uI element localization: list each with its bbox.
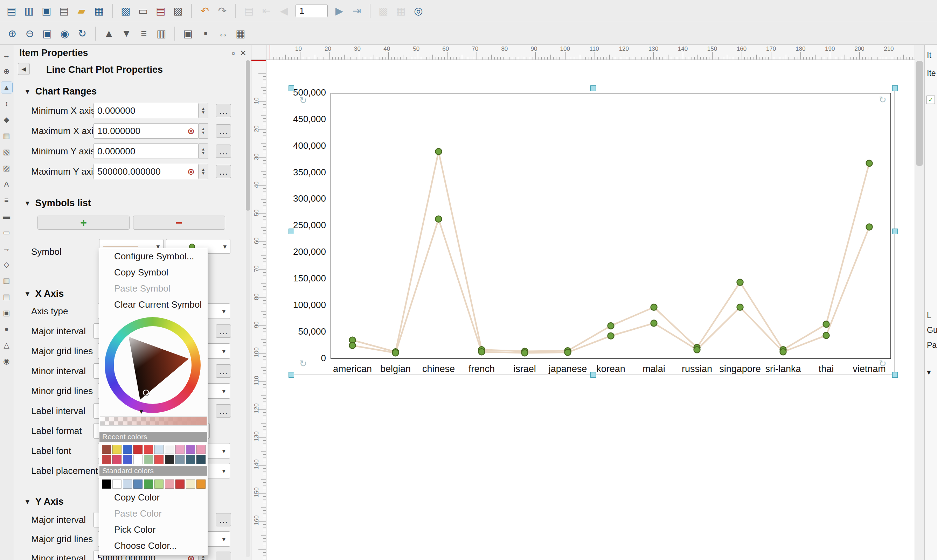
back-button[interactable]: ◀ xyxy=(18,63,30,75)
recent-color-swatch[interactable] xyxy=(133,445,142,454)
standard-color-swatch[interactable] xyxy=(176,480,185,489)
color-triangle[interactable] xyxy=(105,317,200,413)
selection-handle[interactable] xyxy=(892,85,898,91)
align-items-icon[interactable]: ≡ xyxy=(136,26,152,42)
add-marker-icon[interactable]: ● xyxy=(1,323,12,335)
add-plot-icon[interactable]: ◉ xyxy=(1,355,12,367)
section-y-axis[interactable]: ▼ Y Axis xyxy=(24,496,64,507)
spinner-control[interactable]: ▲▼ xyxy=(199,103,208,118)
standard-color-swatch[interactable] xyxy=(186,480,195,489)
data-defined-override-button[interactable]: … xyxy=(216,365,231,378)
distribute-items-icon[interactable]: ▥ xyxy=(153,26,170,42)
copy-symbol-menu-item[interactable]: Copy Symbol xyxy=(99,264,207,280)
resize-items-icon[interactable]: ↔ xyxy=(215,26,231,42)
recent-color-swatch[interactable] xyxy=(144,455,153,464)
scrollbar-thumb[interactable] xyxy=(916,61,923,166)
selection-handle[interactable] xyxy=(892,372,898,378)
duplicate-layout-icon[interactable]: ▣ xyxy=(39,3,55,19)
section-chart-ranges[interactable]: ▼ Chart Ranges xyxy=(24,86,97,97)
save-project-icon[interactable]: ▤ xyxy=(3,3,20,19)
lock-items-icon[interactable]: ▪ xyxy=(197,26,214,42)
add-elevation-profile-icon[interactable]: △ xyxy=(1,340,12,351)
section-x-axis[interactable]: ▼ X Axis xyxy=(24,288,64,299)
choose-color-menu-item[interactable]: Choose Color... xyxy=(99,538,207,554)
export-svg-icon[interactable]: ▨ xyxy=(170,3,186,19)
add-label-icon[interactable]: A xyxy=(1,178,12,190)
data-defined-override-button[interactable]: … xyxy=(216,165,231,178)
data-defined-override-button[interactable]: … xyxy=(216,513,231,526)
edit-nodes-icon[interactable]: ◆ xyxy=(1,114,12,125)
recent-color-swatch[interactable] xyxy=(113,455,122,464)
data-defined-override-button[interactable]: … xyxy=(216,552,231,560)
add-symbol-button[interactable]: + xyxy=(37,215,129,229)
add-fixed-table-icon[interactable]: ▣ xyxy=(1,307,12,318)
minimum-x-axis-input[interactable]: 0.000000 xyxy=(94,103,199,118)
recent-color-swatch[interactable] xyxy=(196,455,205,464)
selection-handle[interactable] xyxy=(288,85,294,91)
zoom-in-icon[interactable]: ⊕ xyxy=(4,26,20,42)
standard-color-swatch[interactable] xyxy=(113,480,122,489)
standard-color-swatch[interactable] xyxy=(102,480,111,489)
selection-handle[interactable] xyxy=(590,85,596,91)
zoom-full-icon[interactable]: ▣ xyxy=(39,26,55,42)
maximum-x-axis-input[interactable]: 10.000000⊗ xyxy=(94,123,199,138)
selection-handle[interactable] xyxy=(288,229,294,234)
recent-color-swatch[interactable] xyxy=(165,445,174,454)
standard-color-swatch[interactable] xyxy=(123,480,132,489)
add-picture-icon[interactable]: ▨ xyxy=(1,162,12,174)
lower-items-icon[interactable]: ▼ xyxy=(118,26,134,42)
recent-color-swatch[interactable] xyxy=(154,455,163,464)
add-html-icon[interactable]: ▥ xyxy=(1,275,12,286)
pick-color-menu-item[interactable]: Pick Color xyxy=(99,522,207,538)
export-pdf-icon[interactable]: ▤ xyxy=(153,3,169,19)
data-defined-override-button[interactable]: … xyxy=(216,325,231,338)
selection-handle[interactable] xyxy=(892,229,898,234)
recent-color-swatch[interactable] xyxy=(133,455,142,464)
refresh-view-icon[interactable]: ↻ xyxy=(74,26,90,42)
save-layout-icon[interactable]: ▦ xyxy=(91,3,107,19)
spinner-control[interactable]: ▲▼ xyxy=(199,123,208,138)
snap-grid-icon[interactable]: ▦ xyxy=(233,26,249,42)
spinner-control[interactable]: ▲▼ xyxy=(199,164,208,179)
chevron-down-icon[interactable]: ▾ xyxy=(927,368,931,377)
recent-color-swatch[interactable] xyxy=(186,445,195,454)
zoom-out-icon[interactable]: ⊖ xyxy=(22,26,38,42)
recent-color-swatch[interactable] xyxy=(102,445,111,454)
rotate-handle-icon[interactable]: ↻ xyxy=(879,358,886,369)
recent-color-swatch[interactable] xyxy=(102,455,111,464)
remove-symbol-button[interactable]: − xyxy=(133,215,225,229)
spinner-control[interactable]: ▲▼ xyxy=(199,143,208,159)
atlas-last-feature-icon[interactable]: ⇥ xyxy=(349,3,365,19)
atlas-page-number-input[interactable] xyxy=(296,5,328,17)
configure-symbol-menu-item[interactable]: Configure Symbol... xyxy=(99,248,207,264)
rotate-handle-icon[interactable]: ↻ xyxy=(299,358,307,369)
line-chart-item[interactable]: 050,000100,000150,000200,000250,000300,0… xyxy=(291,88,895,374)
recent-color-swatch[interactable] xyxy=(144,445,153,454)
rotate-handle-icon[interactable]: ↻ xyxy=(299,95,307,106)
copy-color-menu-item[interactable]: Copy Color xyxy=(99,489,207,505)
recent-color-swatch[interactable] xyxy=(165,455,174,464)
atlas-next-feature-icon[interactable]: ▶ xyxy=(331,3,347,19)
redo-icon[interactable]: ↷ xyxy=(214,3,230,19)
add-scalebar-icon[interactable]: ▬ xyxy=(1,211,12,222)
clear-current-symbol-menu-item[interactable]: Clear Current Symbol xyxy=(99,297,207,312)
add-shape-icon[interactable]: ▭ xyxy=(1,227,12,238)
opacity-slider[interactable] xyxy=(100,417,207,426)
standard-color-swatch[interactable] xyxy=(165,480,174,489)
recent-color-swatch[interactable] xyxy=(176,455,185,464)
layout-manager-icon[interactable]: ▤ xyxy=(56,3,72,19)
select-move-item-icon[interactable]: ▲ xyxy=(1,82,12,93)
clear-value-icon[interactable]: ⊗ xyxy=(187,126,195,136)
selection-handle[interactable] xyxy=(590,372,596,378)
rotate-handle-icon[interactable]: ↻ xyxy=(879,94,886,105)
new-layout-icon[interactable]: ▥ xyxy=(21,3,37,19)
minimum-y-axis-input[interactable]: 0.000000 xyxy=(94,143,199,159)
recent-color-swatch[interactable] xyxy=(154,445,163,454)
standard-color-swatch[interactable] xyxy=(154,480,163,489)
export-image-icon[interactable]: ▧ xyxy=(118,3,134,19)
data-defined-override-button[interactable]: … xyxy=(216,404,231,418)
maximum-y-axis-input[interactable]: 500000.000000⊗ xyxy=(94,164,199,179)
add-map-icon[interactable]: ▦ xyxy=(1,130,12,142)
recent-color-swatch[interactable] xyxy=(123,445,132,454)
open-folder-icon[interactable]: ▰ xyxy=(74,3,89,19)
